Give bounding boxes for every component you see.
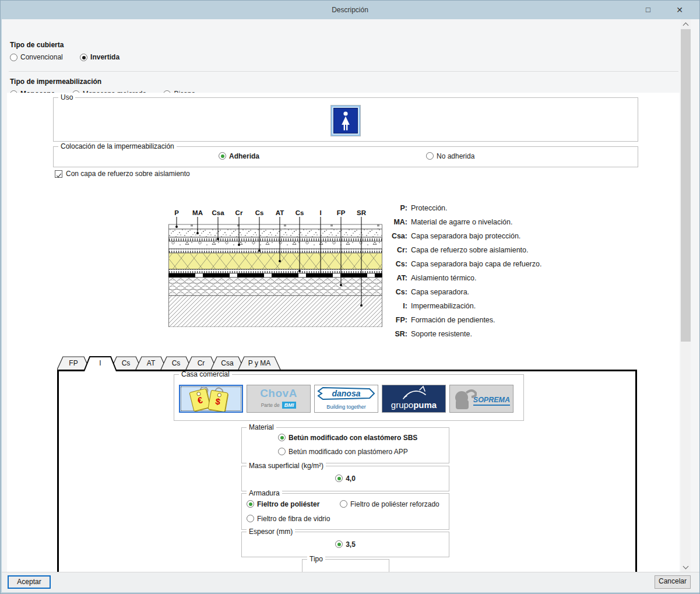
accept-button[interactable]: Aceptar (8, 575, 51, 589)
window-title: Descripción (1, 1, 699, 19)
layer-legend: PProtección. MAMaterial de agarre o nive… (381, 201, 541, 341)
radio-espesor-35[interactable]: 3,5 (242, 540, 449, 549)
checkbox-checked-icon[interactable] (55, 170, 62, 178)
radio-convencional[interactable]: Convencional (10, 53, 63, 62)
uso-label: Uso (58, 93, 75, 101)
svg-text:Cr: Cr (198, 359, 205, 367)
legend-key: SR (381, 327, 407, 341)
legend-key: Cr (381, 243, 407, 257)
brand-grupopuma-button[interactable]: grupopuma (382, 385, 446, 413)
colocacion-groupbox: Colocación de la impermeabilización Adhe… (53, 146, 638, 167)
scrollbar-thumb[interactable] (681, 29, 691, 342)
legend-key: AT (381, 271, 407, 285)
danosa-subtext: Building together (315, 404, 378, 410)
espesor-groupbox: Espesor (mm) 3,5 (241, 532, 449, 557)
radio-checked-icon (278, 434, 286, 441)
tipo-groupbox: Tipo (302, 559, 389, 572)
legend-desc: Protección. (411, 201, 541, 215)
brand-soprema-button[interactable]: SOPREMA (449, 385, 513, 413)
radio-checked-icon (335, 540, 343, 548)
pedestrian-use-button[interactable] (331, 106, 360, 136)
dialog-window: Descripción □ ✕ Tipo de cubierta Convenc… (0, 0, 700, 594)
svg-text:Csa: Csa (212, 209, 224, 216)
tab-i-selected[interactable]: I (84, 357, 117, 371)
armadura-label: Armadura (247, 489, 282, 497)
legend-key: FP (381, 313, 407, 327)
radio-fieltro-poliester-reforzado[interactable]: Fieltro de poliéster reforzado (340, 500, 439, 508)
legend-desc: Formación de pendientes. (411, 313, 541, 327)
dollar-symbol: $ (214, 396, 221, 406)
scroll-up-button[interactable] (681, 19, 691, 29)
radio-icon (10, 54, 17, 61)
legend-key: MA (381, 215, 407, 229)
chova-subtext: Parte de (261, 402, 280, 408)
diagram-layer-labels: P MA Csa Cr Cs AT Cs I FP SR (174, 209, 367, 216)
svg-text:Cs: Cs (122, 359, 131, 367)
colocacion-label: Colocación de la impermeabilización (58, 142, 177, 150)
casa-comercial-groupbox: Casa comercial € $ ChovA Parte de BMI (174, 374, 524, 421)
tipo-label: Tipo (307, 555, 325, 563)
bmi-badge: BMI (282, 402, 297, 409)
radio-invertida[interactable]: Invertida (80, 53, 119, 62)
svg-text:P y MA: P y MA (248, 359, 270, 367)
brand-generic-button[interactable]: € $ (179, 385, 243, 413)
radio-masa-40[interactable]: 4,0 (242, 475, 449, 483)
vertical-scrollbar[interactable] (681, 19, 691, 572)
svg-text:AT: AT (147, 359, 156, 367)
grupo-text: grupo (391, 400, 413, 410)
footer-bar: Aceptar Cancelar (2, 572, 699, 592)
material-groupbox: Material Betún modificado con elastómero… (241, 427, 449, 463)
radio-app[interactable]: Betún modificado con plastómero APP (278, 448, 408, 456)
svg-text:FP: FP (337, 209, 346, 216)
legend-desc: Capa de refuerzo sobre aislamiento. (411, 243, 541, 257)
radio-checked-icon (80, 54, 87, 61)
svg-text:danosa: danosa (332, 389, 360, 398)
legend-desc: Soporte resistente. (411, 327, 541, 341)
cancel-button[interactable]: Cancelar (655, 575, 691, 589)
close-icon[interactable]: ✕ (667, 1, 692, 19)
armadura-groupbox: Armadura Fieltro de poliéster Fieltro de… (241, 493, 449, 530)
brand-chova-button[interactable]: ChovA Parte de BMI (247, 385, 311, 413)
radio-no-adherida[interactable]: No adherida (426, 152, 474, 160)
chova-logo: ChovA (247, 387, 310, 400)
tipo-cubierta-options: Convencional Invertida (10, 53, 135, 62)
radio-checked-icon (247, 500, 254, 508)
radio-adherida[interactable]: Adherida (219, 152, 259, 160)
legend-key: I (381, 299, 407, 313)
radio-fieltro-poliester[interactable]: Fieltro de poliéster (247, 500, 319, 508)
legend-key: Cs (381, 257, 407, 271)
masa-superficial-groupbox: Masa superficial (kg/m²) 4,0 (241, 466, 449, 491)
legend-key: P (381, 201, 407, 215)
title-bar[interactable]: Descripción □ ✕ (1, 1, 699, 19)
radio-checked-icon (219, 152, 226, 160)
chevron-down-icon (683, 564, 689, 570)
puma-text-bold: puma (413, 400, 437, 410)
soprema-logo: SOPREMA (473, 396, 510, 406)
roof-section-diagram: P MA Csa Cr Cs AT Cs I FP SR (168, 209, 382, 327)
pedestrian-sign-icon (333, 108, 358, 133)
chevron-up-icon (683, 23, 689, 29)
refuerzo-checkbox-row[interactable]: Con capa de refuerzo sobre aislamiento (55, 170, 190, 178)
tab-p-y-ma[interactable]: P y MA (238, 357, 280, 370)
radio-fieltro-fibra-vidrio[interactable]: Fieltro de fibra de vidrio (247, 515, 330, 523)
svg-text:Csa: Csa (221, 359, 234, 367)
svg-text:Cs: Cs (172, 359, 181, 367)
svg-text:SR: SR (357, 209, 367, 216)
maximize-icon[interactable]: □ (635, 1, 661, 19)
svg-text:Cs: Cs (255, 209, 264, 216)
legend-desc: Capa separadora bajo capa de refuerzo. (411, 257, 541, 271)
svg-text:Cr: Cr (235, 209, 243, 216)
legend-desc: Aislamiento térmico. (411, 271, 541, 285)
layer-tabstrip: FP Cs AT Cs Cr (57, 355, 637, 371)
material-label: Material (247, 423, 276, 431)
radio-sbs[interactable]: Betún modificado con elastómero SBS (278, 434, 417, 442)
grupopuma-logo: grupopuma (382, 400, 445, 410)
radio-checked-icon (335, 475, 343, 482)
tipo-impermeabilizacion-title: Tipo de impermeabilización (10, 78, 101, 86)
brand-danosa-button[interactable]: danosa Building together (314, 385, 378, 413)
legend-desc: Material de agarre o nivelación. (411, 215, 541, 229)
scroll-down-button[interactable] (681, 562, 691, 572)
masa-superficial-label: Masa superficial (kg/m²) (247, 462, 326, 470)
euro-symbol: € (196, 395, 203, 406)
radio-icon (278, 448, 286, 455)
